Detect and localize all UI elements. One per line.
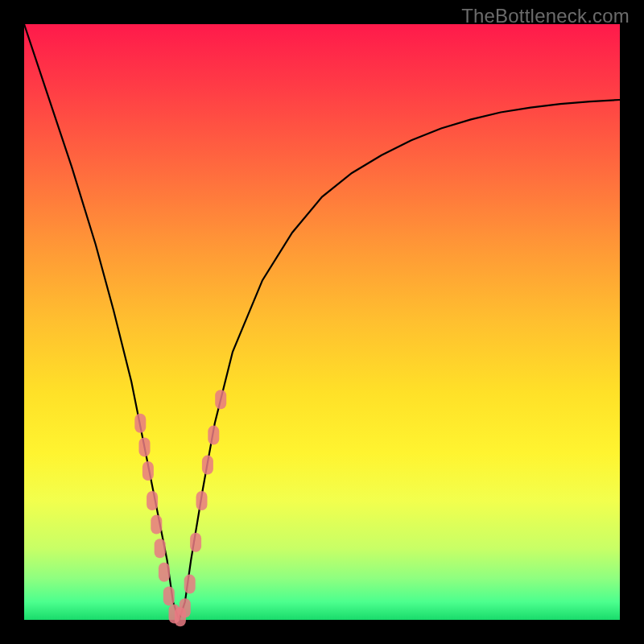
chart-svg xyxy=(24,24,620,620)
scatter-dot xyxy=(215,390,226,409)
scatter-dot xyxy=(163,586,175,605)
plot-area xyxy=(24,24,620,620)
scatter-dot xyxy=(208,426,219,445)
scatter-points xyxy=(134,390,226,626)
scatter-dot xyxy=(134,414,146,433)
scatter-dot xyxy=(190,533,201,552)
scatter-dot xyxy=(196,491,208,510)
scatter-dot xyxy=(184,575,196,594)
bottleneck-curve xyxy=(24,24,620,620)
scatter-dot xyxy=(139,437,151,456)
scatter-dot xyxy=(155,539,166,558)
scatter-dot xyxy=(142,461,154,481)
scatter-dot xyxy=(180,598,191,617)
chart-frame: TheBottleneck.com xyxy=(0,0,644,644)
scatter-dot xyxy=(202,456,213,475)
scatter-dot xyxy=(147,491,158,510)
watermark-text: TheBottleneck.com xyxy=(461,5,630,27)
scatter-dot xyxy=(159,563,170,582)
scatter-dot xyxy=(151,515,162,535)
